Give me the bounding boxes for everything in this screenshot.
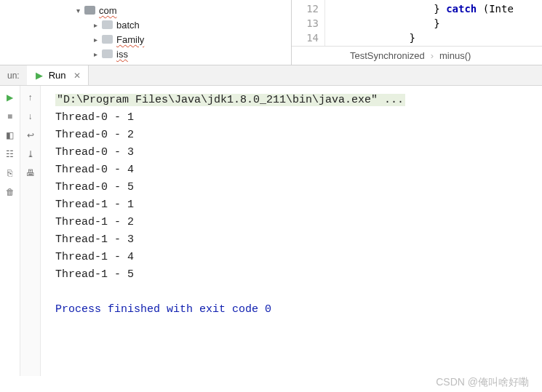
run-toolwindow-label: un: bbox=[0, 71, 27, 81]
editor-panel: 12 13 14 } catch (Inte } } TestSynchroni… bbox=[291, 0, 542, 65]
down-arrow-icon[interactable]: ↓ bbox=[25, 111, 36, 122]
up-arrow-icon[interactable]: ↑ bbox=[25, 92, 36, 103]
close-icon[interactable]: ✕ bbox=[72, 71, 82, 81]
chevron-right-icon: › bbox=[431, 50, 434, 61]
folder-open-icon bbox=[84, 6, 95, 15]
chevron-right-icon[interactable]: ▸ bbox=[90, 36, 100, 44]
breadcrumb: TestSynchronized › minus() bbox=[292, 46, 542, 65]
console-line: Thread-1 - 1 bbox=[55, 196, 542, 214]
export-icon[interactable]: ⎘ bbox=[4, 167, 16, 179]
tree-label: com bbox=[99, 5, 117, 16]
console-command: "D:\Program Files\Java\jdk1.8.0_211\bin\… bbox=[55, 94, 405, 106]
breadcrumb-class[interactable]: TestSynchronized bbox=[350, 50, 425, 61]
run-toolbar: un: ▶ Run ✕ bbox=[0, 65, 542, 86]
tab-label: Run bbox=[49, 70, 66, 81]
stop-icon[interactable]: ■ bbox=[4, 111, 16, 122]
tree-label: Family bbox=[116, 34, 144, 45]
package-icon bbox=[102, 35, 113, 44]
console-line: Thread-0 - 3 bbox=[55, 144, 542, 161]
console-line: Thread-1 - 3 bbox=[55, 231, 542, 249]
play-icon[interactable]: ▶ bbox=[4, 92, 16, 103]
package-icon bbox=[102, 49, 113, 58]
layout-icon[interactable]: ☷ bbox=[4, 148, 16, 160]
code-body[interactable]: } catch (Inte } } bbox=[325, 0, 514, 46]
trash-icon[interactable]: 🗑 bbox=[4, 186, 16, 198]
watermark: CSDN @俺叫啥好嘞 bbox=[436, 376, 529, 389]
breadcrumb-method[interactable]: minus() bbox=[439, 50, 471, 61]
chevron-down-icon[interactable]: ▾ bbox=[73, 7, 83, 15]
project-tree: ▾ com ▸ batch ▸ Family ▸ iss bbox=[0, 0, 291, 65]
console-line: Thread-1 - 2 bbox=[55, 214, 542, 231]
tree-node-batch[interactable]: ▸ batch bbox=[73, 17, 291, 32]
console-line: Thread-0 - 1 bbox=[55, 109, 542, 127]
scroll-icon[interactable]: ⤓ bbox=[25, 148, 36, 160]
tree-label: batch bbox=[116, 20, 140, 31]
tree-node-com[interactable]: ▾ com bbox=[73, 3, 291, 17]
run-body: ▶ ■ ◧ ☷ ⎘ 🗑 ↑ ↓ ↩ ⤓ 🖶 "D:\Program Files\… bbox=[0, 86, 542, 376]
top-area: ▾ com ▸ batch ▸ Family ▸ iss 12 13 14 bbox=[0, 0, 542, 65]
camera-icon[interactable]: ◧ bbox=[4, 129, 16, 141]
line-number: 12 bbox=[292, 1, 319, 16]
run-actions-col1: ▶ ■ ◧ ☷ ⎘ 🗑 bbox=[0, 86, 20, 376]
console-line: Thread-0 - 4 bbox=[55, 161, 542, 179]
print-icon[interactable]: 🖶 bbox=[25, 167, 36, 179]
package-icon bbox=[102, 20, 113, 29]
run-green-icon: ▶ bbox=[36, 70, 43, 81]
console-line: Thread-1 - 5 bbox=[55, 266, 542, 284]
line-number: 14 bbox=[292, 31, 319, 45]
tab-run[interactable]: ▶ Run ✕ bbox=[27, 65, 89, 85]
wrap-icon[interactable]: ↩ bbox=[25, 129, 36, 141]
code-line: } catch (Inte bbox=[330, 1, 514, 16]
code-line: } bbox=[330, 16, 514, 31]
console-line: Thread-0 - 2 bbox=[55, 127, 542, 144]
console-exit: Process finished with exit code 0 bbox=[55, 301, 542, 319]
run-actions-col2: ↑ ↓ ↩ ⤓ 🖶 bbox=[20, 86, 41, 376]
chevron-right-icon[interactable]: ▸ bbox=[90, 21, 100, 29]
line-gutter: 12 13 14 bbox=[292, 0, 325, 46]
console-line: Thread-1 - 4 bbox=[55, 249, 542, 266]
code-line: } bbox=[330, 31, 514, 45]
tree-node-iss[interactable]: ▸ iss bbox=[73, 47, 291, 61]
code-area[interactable]: 12 13 14 } catch (Inte } } bbox=[292, 0, 542, 46]
tree-label: iss bbox=[116, 49, 128, 60]
chevron-right-icon[interactable]: ▸ bbox=[90, 50, 100, 58]
console-line: Thread-0 - 5 bbox=[55, 179, 542, 196]
line-number: 13 bbox=[292, 16, 319, 31]
tree-node-family[interactable]: ▸ Family bbox=[73, 32, 291, 47]
console-output[interactable]: "D:\Program Files\Java\jdk1.8.0_211\bin\… bbox=[41, 86, 542, 376]
